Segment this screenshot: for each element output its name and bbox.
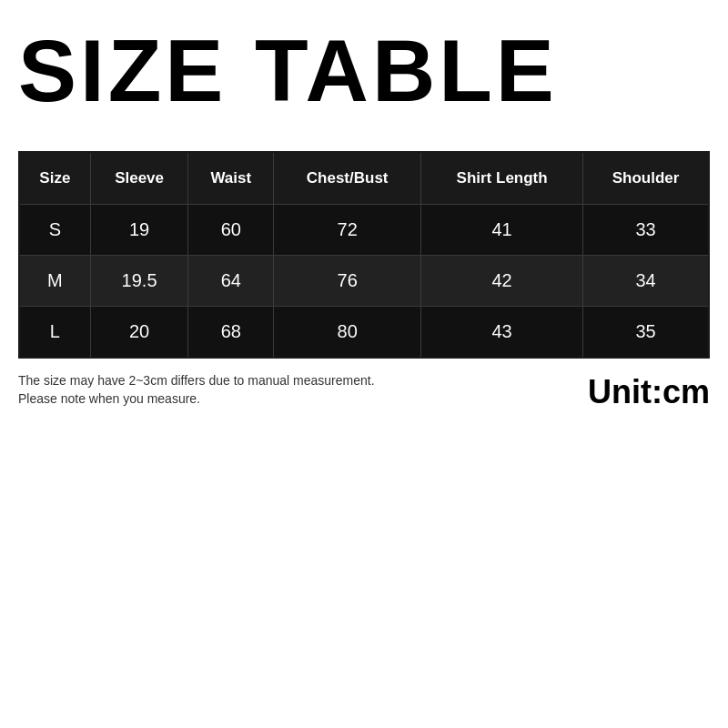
unit-label: Unit:cm	[588, 373, 710, 411]
table-cell: 42	[421, 256, 583, 307]
table-row: S1960724133	[19, 205, 709, 256]
footer-note-2: Please note when you measure.	[18, 391, 375, 406]
table-cell: 20	[90, 307, 188, 359]
table-cell: S	[19, 205, 90, 256]
page-title: SIZE TABLE	[18, 27, 710, 115]
table-header-cell: Chest/Bust	[274, 152, 421, 205]
table-header-cell: Shirt Length	[421, 152, 583, 205]
table-cell: 41	[421, 205, 583, 256]
table-cell: 35	[583, 307, 709, 359]
size-table: SizeSleeveWaistChest/BustShirt LengthSho…	[18, 151, 710, 359]
table-cell: 64	[188, 256, 274, 307]
table-cell: 43	[421, 307, 583, 359]
table-cell: 34	[583, 256, 709, 307]
table-header-cell: Shoulder	[583, 152, 709, 205]
table-cell: 72	[274, 205, 421, 256]
table-cell: 33	[583, 205, 709, 256]
table-cell: 19.5	[90, 256, 188, 307]
table-cell: 68	[188, 307, 274, 359]
table-cell: 19	[90, 205, 188, 256]
table-header: SizeSleeveWaistChest/BustShirt LengthSho…	[19, 152, 709, 205]
table-cell: 60	[188, 205, 274, 256]
table-cell: 76	[274, 256, 421, 307]
table-cell: M	[19, 256, 90, 307]
table-cell: L	[19, 307, 90, 359]
footer-notes: The size may have 2~3cm differs due to m…	[18, 373, 375, 406]
page-container: SIZE TABLE SizeSleeveWaistChest/BustShir…	[0, 0, 728, 728]
footer: The size may have 2~3cm differs due to m…	[18, 373, 710, 411]
table-row: M19.564764234	[19, 256, 709, 307]
header-row: SizeSleeveWaistChest/BustShirt LengthSho…	[19, 152, 709, 205]
table-cell: 80	[274, 307, 421, 359]
table-row: L2068804335	[19, 307, 709, 359]
table-body: S1960724133M19.564764234L2068804335	[19, 205, 709, 359]
table-header-cell: Waist	[188, 152, 274, 205]
footer-note-1: The size may have 2~3cm differs due to m…	[18, 373, 375, 388]
table-header-cell: Sleeve	[90, 152, 188, 205]
table-header-cell: Size	[19, 152, 90, 205]
